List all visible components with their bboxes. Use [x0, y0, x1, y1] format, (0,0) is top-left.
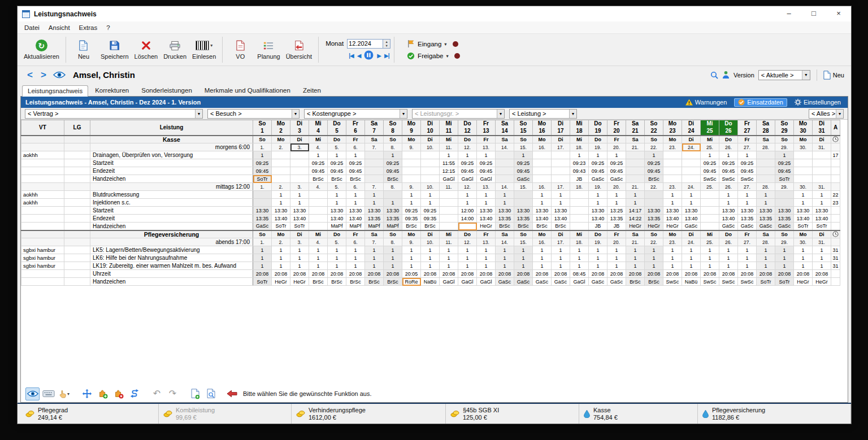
grid-cell[interactable]	[794, 175, 813, 183]
grid-cell[interactable]: 1	[738, 199, 757, 207]
grid-cell[interactable]: 1.	[253, 183, 272, 191]
grid-cell[interactable]: 13.	[477, 143, 496, 151]
grid-cell[interactable]: SoTr	[253, 278, 272, 286]
grid-cell[interactable]: 18.	[570, 143, 589, 151]
grid-cell[interactable]	[701, 199, 719, 207]
grid-cell[interactable]: 20:08	[290, 270, 309, 278]
search-icon[interactable]	[710, 71, 718, 79]
next-patient-button[interactable]: >	[39, 69, 48, 81]
grid-cell[interactable]: 1	[328, 262, 346, 270]
grid-cell[interactable]: 13:30	[514, 207, 533, 215]
grid-cell[interactable]: 09:45	[607, 167, 626, 175]
grid-cell[interactable]: 1	[757, 199, 775, 207]
day-column-header[interactable]: So8	[384, 120, 402, 136]
grid-cell[interactable]: HeGr	[272, 278, 290, 286]
grid-cell[interactable]: 12:00	[458, 207, 477, 215]
einlesen-button[interactable]: ▾ Einlesen	[189, 35, 219, 64]
grid-cell[interactable]: 1	[570, 254, 589, 262]
grid-cell[interactable]	[272, 175, 290, 183]
grid-cell[interactable]: 1	[719, 191, 738, 199]
grid-cell[interactable]: GaSc	[682, 223, 701, 230]
grid-cell[interactable]: 1	[570, 246, 589, 254]
person-icon[interactable]	[722, 71, 730, 79]
tab-leistungsnachweis[interactable]: Leistungsnachweis	[22, 85, 88, 97]
grid-cell[interactable]: 09:25	[775, 159, 794, 167]
day-column-header[interactable]: So22	[645, 120, 663, 136]
grid-cell[interactable]: GaSc	[738, 223, 757, 230]
grid-cell[interactable]: 1	[477, 262, 496, 270]
vertrag-filter[interactable]: < Vertrag >▾	[25, 109, 203, 119]
grid-cell[interactable]: GaSc	[552, 278, 570, 286]
grid-cell[interactable]: 20:05	[402, 270, 421, 278]
grid-cell[interactable]: 24.	[682, 238, 701, 246]
grid-cell[interactable]: 1	[682, 262, 701, 270]
grid-cell[interactable]	[384, 191, 402, 199]
grid-cell[interactable]	[421, 175, 440, 183]
grid-cell[interactable]: 09:25	[309, 159, 328, 167]
day-column-header[interactable]: Fr27	[738, 120, 757, 136]
grid-cell[interactable]: 4.	[309, 238, 328, 246]
grid-cell[interactable]: 29.	[775, 183, 794, 191]
grid-cell[interactable]	[290, 151, 309, 159]
menu-hilfe[interactable]: ?	[102, 23, 114, 32]
grid-cell[interactable]: 1	[813, 246, 831, 254]
grid-cell[interactable]: 20:08	[253, 270, 272, 278]
grid-cell[interactable]: 26.	[719, 238, 738, 246]
grid-cell[interactable]: 20:08	[775, 270, 794, 278]
grid-cell[interactable]	[757, 159, 775, 167]
grid-cell[interactable]: 1	[514, 151, 533, 159]
grid-cell[interactable]: 20:08	[794, 270, 813, 278]
grid-cell[interactable]: SwSc	[719, 278, 738, 286]
grid-cell[interactable]: 13:35	[645, 215, 663, 223]
day-column-header[interactable]: Mi4	[309, 120, 328, 136]
speichern-button[interactable]: Speichern	[98, 35, 132, 64]
leistung-filter[interactable]: < Leistung >▾	[509, 109, 577, 119]
grid-cell[interactable]: 13:40	[794, 215, 813, 223]
freigabe-control[interactable]: Freigabe ▾	[407, 52, 460, 60]
grid-cell[interactable]: 1	[533, 199, 552, 207]
grid-cell[interactable]: GaSc	[589, 175, 607, 183]
grid-cell[interactable]: 13:40	[533, 215, 552, 223]
grid-cell[interactable]: 1	[514, 254, 533, 262]
grid-cell[interactable]	[290, 167, 309, 175]
grid-cell[interactable]: 1	[421, 199, 440, 207]
day-column-header[interactable]: Di17	[552, 120, 570, 136]
grid-cell[interactable]: 1	[272, 191, 290, 199]
grid-cell[interactable]: 6.	[346, 143, 365, 151]
grid-cell[interactable]: 1	[589, 199, 607, 207]
grid-cell[interactable]: 2.	[272, 183, 290, 191]
grid-cell[interactable]: 1	[794, 262, 813, 270]
grid-cell[interactable]: 09:25	[421, 207, 440, 215]
grid-cell[interactable]: GaSc	[496, 278, 514, 286]
grid-cell[interactable]: 1	[496, 199, 514, 207]
grid-cell[interactable]	[794, 151, 813, 159]
grid-cell[interactable]: 20:08	[440, 270, 458, 278]
grid-cell[interactable]	[552, 159, 570, 167]
grid-cell[interactable]: 1	[701, 262, 719, 270]
grid-cell[interactable]	[775, 191, 794, 199]
grid-cell[interactable]: 1	[458, 199, 477, 207]
grid-cell[interactable]: 18.	[570, 183, 589, 191]
grid-cell[interactable]: 1	[384, 254, 402, 262]
grid-cell[interactable]: 27.	[738, 143, 757, 151]
grid-cell[interactable]: 30.	[794, 183, 813, 191]
grid-cell[interactable]: 1	[626, 254, 645, 262]
grid-cell[interactable]: GaSc	[589, 278, 607, 286]
grid-cell[interactable]: 1	[477, 199, 496, 207]
day-column-header[interactable]: Sa7	[365, 120, 384, 136]
grid-cell[interactable]: 13:30	[552, 207, 570, 215]
grid-cell[interactable]: 09:25	[458, 159, 477, 167]
grid-cell[interactable]: 1	[328, 254, 346, 262]
grid-cell[interactable]: 09:25	[328, 159, 346, 167]
grid-cell[interactable]: 18.	[570, 238, 589, 246]
grid-cell[interactable]: 20:08	[701, 270, 719, 278]
grid-cell[interactable]	[570, 191, 589, 199]
grid-cell[interactable]: BrSc	[309, 175, 328, 183]
grid-cell[interactable]: 09:45	[775, 167, 794, 175]
grid-cell[interactable]: 14.	[496, 143, 514, 151]
grid-cell[interactable]: GaGl	[440, 278, 458, 286]
grid-cell[interactable]	[309, 215, 328, 223]
grid-cell[interactable]: 13:40	[719, 215, 738, 223]
grid-cell[interactable]: 1	[421, 262, 440, 270]
grid-cell[interactable]: 14:22	[626, 215, 645, 223]
